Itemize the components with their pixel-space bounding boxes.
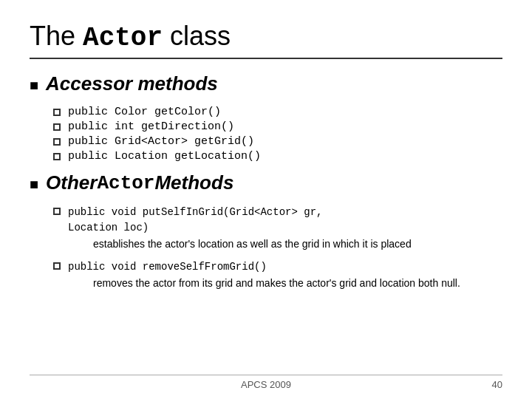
slide-title: The Actor class xyxy=(30,21,502,59)
code-item: public int getDirection() xyxy=(68,120,234,133)
section2-header: Other Actor Methods xyxy=(46,171,233,194)
section1-label: Accessor methods xyxy=(46,72,218,95)
footer-divider xyxy=(30,375,502,375)
title-suffix: class xyxy=(163,21,231,51)
bullet-icon xyxy=(53,109,61,116)
method1-desc: establishes the actor's location as well… xyxy=(93,237,502,252)
title-mono: Actor xyxy=(83,23,163,53)
slide: The Actor class ■ Accessor methods publi… xyxy=(0,0,532,399)
code-item: public Location getLocation() xyxy=(68,150,261,163)
section2-prefix: Other xyxy=(46,171,97,194)
code-item: public Color getColor() xyxy=(68,106,221,118)
bullet-icon xyxy=(53,262,61,270)
list-item: public int getDirection() xyxy=(53,120,502,133)
section2-mono: Actor xyxy=(97,172,154,194)
method1-code-line1: public void putSelfInGrid(Grid<Actor> gr… xyxy=(68,205,322,220)
accessor-list: public Color getColor() public int getDi… xyxy=(53,106,502,163)
method1-code-line2: Location loc) xyxy=(68,220,322,236)
list-item: public Location getLocation() xyxy=(53,150,502,163)
footer-label: APCS 2009 xyxy=(241,379,291,390)
bullet-icon xyxy=(53,153,61,160)
bullet-icon xyxy=(53,208,61,215)
method1-item: public void putSelfInGrid(Grid<Actor> gr… xyxy=(53,205,502,236)
footer-page: 40 xyxy=(492,379,502,390)
method1-block: public void putSelfInGrid(Grid<Actor> gr… xyxy=(53,205,502,252)
section2-suffix: Methods xyxy=(154,171,233,194)
footer: APCS 2009 xyxy=(0,379,532,390)
bullet-icon xyxy=(53,138,61,146)
title-prefix: The xyxy=(30,21,83,51)
method2-desc: removes the actor from its grid and make… xyxy=(93,276,502,291)
list-item: public Grid<Actor> getGrid() xyxy=(53,135,502,148)
bullet-icon xyxy=(53,123,61,131)
list-item: public Color getColor() xyxy=(53,106,502,118)
section1-header: Accessor methods xyxy=(46,72,218,95)
method2-block: public void removeSelfFromGrid() removes… xyxy=(53,259,502,291)
method2-item: public void removeSelfFromGrid() xyxy=(53,259,502,275)
code-item: public Grid<Actor> getGrid() xyxy=(68,135,254,148)
method2-code: public void removeSelfFromGrid() xyxy=(68,259,267,275)
